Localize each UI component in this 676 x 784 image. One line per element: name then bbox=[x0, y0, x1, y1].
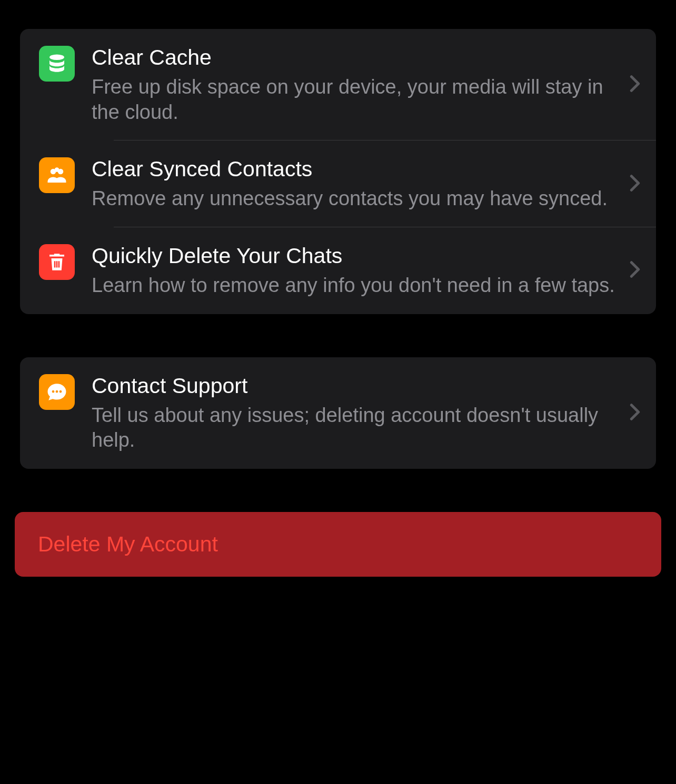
storage-section: Clear Cache Free up disk space on your d… bbox=[20, 29, 656, 314]
item-subtitle: Tell us about any issues; deleting accou… bbox=[92, 403, 619, 453]
chevron-right-icon bbox=[630, 403, 640, 423]
item-text: Clear Cache Free up disk space on your d… bbox=[92, 45, 630, 125]
contact-support-item[interactable]: Contact Support Tell us about any issues… bbox=[20, 357, 656, 469]
delete-chats-item[interactable]: Quickly Delete Your Chats Learn how to r… bbox=[20, 227, 656, 314]
item-title: Quickly Delete Your Chats bbox=[92, 243, 619, 269]
delete-account-button[interactable]: Delete My Account bbox=[15, 512, 661, 577]
item-subtitle: Free up disk space on your device, your … bbox=[92, 75, 619, 125]
item-subtitle: Learn how to remove any info you don't n… bbox=[92, 273, 619, 298]
chat-icon bbox=[39, 374, 75, 410]
svg-rect-6 bbox=[58, 261, 60, 267]
svg-point-7 bbox=[52, 390, 55, 393]
svg-point-9 bbox=[59, 390, 62, 393]
item-text: Clear Synced Contacts Remove any unneces… bbox=[92, 156, 630, 212]
svg-rect-4 bbox=[54, 261, 56, 267]
chevron-right-icon bbox=[630, 260, 640, 280]
svg-point-8 bbox=[56, 390, 58, 393]
database-icon bbox=[39, 46, 75, 82]
svg-point-3 bbox=[55, 167, 59, 172]
clear-contacts-item[interactable]: Clear Synced Contacts Remove any unneces… bbox=[20, 140, 656, 227]
item-title: Clear Synced Contacts bbox=[92, 156, 619, 182]
svg-rect-5 bbox=[56, 261, 58, 267]
trash-icon bbox=[39, 244, 75, 280]
chevron-right-icon bbox=[630, 174, 640, 194]
support-section: Contact Support Tell us about any issues… bbox=[20, 357, 656, 469]
item-subtitle: Remove any unnecessary contacts you may … bbox=[92, 186, 619, 212]
chevron-right-icon bbox=[630, 75, 640, 95]
svg-point-0 bbox=[49, 55, 64, 61]
item-title: Clear Cache bbox=[92, 45, 619, 71]
people-icon bbox=[39, 157, 75, 193]
item-title: Contact Support bbox=[92, 373, 619, 399]
item-text: Contact Support Tell us about any issues… bbox=[92, 373, 630, 453]
delete-account-label: Delete My Account bbox=[38, 532, 638, 557]
delete-account-section: Delete My Account bbox=[15, 512, 661, 577]
clear-cache-item[interactable]: Clear Cache Free up disk space on your d… bbox=[20, 29, 656, 140]
item-text: Quickly Delete Your Chats Learn how to r… bbox=[92, 243, 630, 298]
